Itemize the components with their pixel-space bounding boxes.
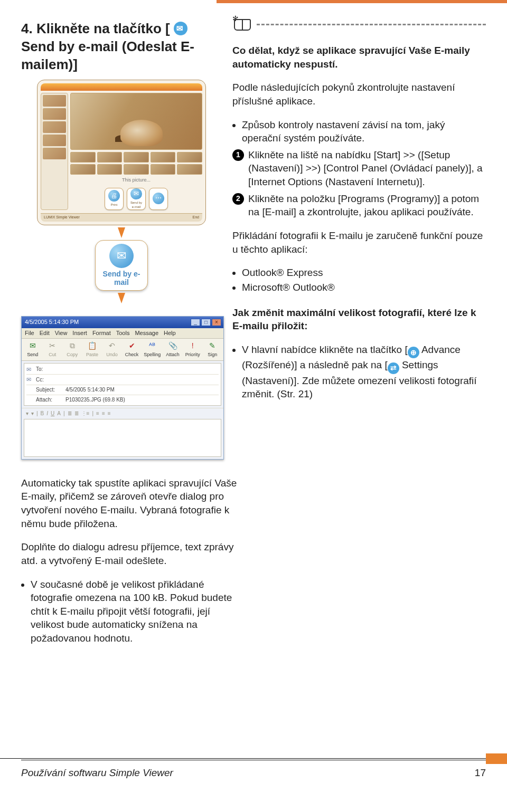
tip-apps-intro: Přikládání fotografii k E-mailu je zaruč… bbox=[232, 229, 486, 256]
simple-viewer-screenshot: This picture... 🖨Print ✉Send bye-mail ⋯ … bbox=[37, 80, 206, 225]
tip-intro-1: Podle následujících pokynů zkontrolujte … bbox=[232, 81, 486, 108]
grid-cell[interactable] bbox=[151, 152, 176, 163]
thumb[interactable] bbox=[43, 108, 66, 120]
toolbar-sign[interactable]: ✎Sign bbox=[204, 341, 220, 358]
grid-cell[interactable] bbox=[97, 152, 123, 163]
grid-cell[interactable] bbox=[70, 152, 96, 163]
menu-item[interactable]: Tools bbox=[116, 329, 130, 337]
viewer-header bbox=[41, 83, 202, 91]
viewer-footer-right: End bbox=[193, 215, 199, 219]
menu-item[interactable]: View bbox=[55, 329, 68, 337]
toolbar-paste[interactable]: 📋Paste bbox=[84, 341, 100, 358]
subject-label: Subject: bbox=[36, 386, 65, 394]
below-left-p2: Doplňte do dialogu adresu příjemce, text… bbox=[21, 540, 243, 567]
viewer-extra-button[interactable]: ⋯ bbox=[149, 188, 168, 210]
thumb[interactable] bbox=[43, 121, 66, 133]
page-footer: Používání softwaru Simple Viewer 17 bbox=[0, 758, 507, 792]
grid-cell[interactable] bbox=[151, 164, 176, 175]
grid-cell[interactable] bbox=[177, 164, 202, 175]
grid-cell[interactable] bbox=[97, 164, 123, 175]
cc-label: Cc: bbox=[36, 376, 65, 384]
arrow-down-icon bbox=[118, 293, 125, 303]
toolbar-copy[interactable]: ⧉Copy bbox=[64, 341, 80, 358]
mail-body[interactable] bbox=[24, 419, 221, 457]
maximize-icon[interactable]: □ bbox=[201, 319, 211, 326]
tip-step-2: Klikněte na položku [Programs (Programy)… bbox=[248, 193, 479, 218]
subject-field[interactable]: 4/5/2005 5:14:30 PM bbox=[65, 386, 219, 394]
tip-heading: Co dělat, když se aplikace spravující Va… bbox=[232, 44, 486, 71]
big-send-label: Send by e-mail bbox=[96, 270, 147, 286]
minimize-icon[interactable]: _ bbox=[191, 319, 200, 326]
tip-step-1: Klikněte na liště na nabídku [Start] >> … bbox=[248, 149, 483, 187]
attach-field[interactable]: P1030235.JPG (69.8 KB) bbox=[65, 396, 219, 404]
grid-cell[interactable] bbox=[124, 152, 149, 163]
menu-item[interactable]: Edit bbox=[40, 329, 50, 337]
mail-format-bar: ▾▾|BIUA|≣≣⋮≡|≡≡≡ bbox=[22, 408, 223, 419]
step-heading-prefix: 4. Klikněte na tlačítko [ bbox=[21, 21, 170, 36]
toolbar-undo[interactable]: ↶Undo bbox=[104, 341, 120, 358]
below-left-p1: Automaticky tak spustíte aplikaci spravu… bbox=[21, 476, 243, 531]
footer-title: Používání softwaru Simple Viewer bbox=[21, 766, 173, 780]
tip-intro-2: Způsob kontroly nastavení závisí na tom,… bbox=[242, 118, 486, 145]
cc-icon: ✉ bbox=[26, 376, 36, 384]
thumb[interactable] bbox=[43, 95, 66, 107]
viewer-send-email-button[interactable]: ✉Send bye-mail bbox=[127, 188, 146, 210]
grid-cell[interactable] bbox=[124, 164, 149, 175]
advance-icon: ⊕ bbox=[408, 347, 419, 358]
mail-titlebar: 4/5/2005 5:14:30 PM _ □ × bbox=[22, 317, 223, 328]
viewer-thumb-strip bbox=[41, 93, 68, 209]
viewer-main-photo bbox=[70, 93, 202, 150]
toolbar-spelling[interactable]: ᴬᴮSpelling bbox=[144, 341, 161, 358]
thumb[interactable] bbox=[43, 148, 66, 159]
viewer-footer-title: LUMIX Simple Viewer bbox=[44, 215, 80, 219]
toolbar-check[interactable]: ✔Check bbox=[124, 341, 140, 358]
mail-menubar[interactable]: File Edit View Insert Format Tools Messa… bbox=[22, 328, 223, 339]
mail-window-title: 4/5/2005 5:14:30 PM bbox=[25, 318, 79, 326]
footer-accent bbox=[486, 753, 507, 764]
send-by-email-icon: ✉ bbox=[109, 244, 134, 268]
viewer-footer: LUMIX Simple Viewer End bbox=[41, 213, 202, 222]
to-icon: ✉ bbox=[26, 366, 36, 374]
viewer-bottom-grid bbox=[70, 152, 202, 175]
menu-item[interactable]: File bbox=[25, 329, 34, 337]
below-left-p3: V současné době je velikost přikládané f… bbox=[31, 578, 243, 645]
send-by-email-icon bbox=[174, 22, 187, 35]
tip-book-icon: ✻ bbox=[232, 15, 252, 31]
arrow-down-icon bbox=[118, 227, 125, 238]
settings-icon: ⇄ bbox=[388, 362, 399, 374]
step-number-icon: 2 bbox=[232, 193, 244, 205]
toolbar-priority[interactable]: !Priority bbox=[185, 341, 201, 358]
menu-item[interactable]: Insert bbox=[72, 329, 87, 337]
accent-bar bbox=[217, 0, 507, 3]
mail-toolbar: ✉Send ✂Cut ⧉Copy 📋Paste ↶Undo ✔Check ᴬᴮS… bbox=[22, 339, 223, 361]
menu-item[interactable]: Format bbox=[92, 329, 111, 337]
step-heading: 4. Klikněte na tlačítko [ Send by e-mail… bbox=[21, 20, 222, 73]
step-heading-suffix: Send by e-mail (Odeslat E-mailem)] bbox=[21, 39, 194, 72]
menu-item[interactable]: Help bbox=[164, 329, 176, 337]
attach-label: Attach: bbox=[36, 396, 65, 404]
page-number: 17 bbox=[475, 766, 486, 780]
grid-cell[interactable] bbox=[177, 152, 202, 163]
tip-app-2: Microsoft® Outlook® bbox=[242, 281, 486, 294]
viewer-print-button[interactable]: 🖨Print bbox=[105, 188, 124, 210]
step-number-icon: 1 bbox=[232, 149, 244, 161]
toolbar-send[interactable]: ✉Send bbox=[25, 341, 41, 358]
close-icon[interactable]: × bbox=[212, 319, 221, 326]
thumb[interactable] bbox=[43, 135, 66, 146]
this-picture-label: This picture... bbox=[70, 177, 202, 183]
tip-app-1: Outlook® Express bbox=[242, 266, 486, 280]
big-send-button[interactable]: ✉ Send by e-mail bbox=[95, 240, 148, 291]
menu-item[interactable]: Message bbox=[135, 329, 158, 337]
toolbar-attach[interactable]: 📎Attach bbox=[165, 341, 181, 358]
to-label: To: bbox=[36, 366, 65, 373]
toolbar-cut[interactable]: ✂Cut bbox=[45, 341, 61, 358]
grid-cell[interactable] bbox=[70, 164, 96, 175]
mail-compose-window: 4/5/2005 5:14:30 PM _ □ × File Edit View… bbox=[21, 316, 224, 460]
how-body: V hlavní nabídce klikněte na tlačítko [⊕… bbox=[242, 343, 486, 401]
how-heading: Jak změnit maximální velikost fotografií… bbox=[232, 306, 486, 333]
